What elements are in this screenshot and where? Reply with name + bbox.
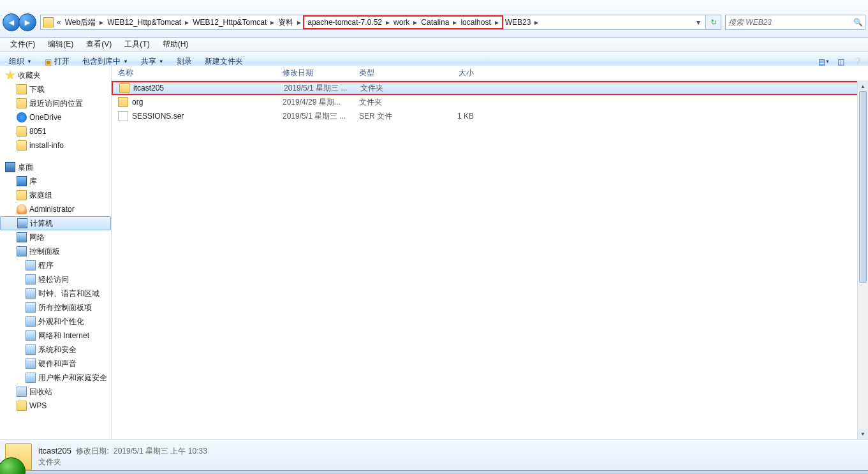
column-date[interactable]: 修改日期 bbox=[283, 68, 359, 72]
menu-tools[interactable]: 工具(T) bbox=[118, 38, 156, 51]
breadcrumb-item[interactable]: Catalina bbox=[419, 18, 451, 27]
chevron-right-icon[interactable]: ▸ bbox=[451, 18, 459, 27]
content-pane: 名称 修改日期 类型 大小 itcast2052019/5/1 星期三 ...文… bbox=[112, 66, 868, 72]
chevron-right-icon[interactable]: ▸ bbox=[295, 18, 303, 27]
breadcrumb-item[interactable]: localhost bbox=[459, 18, 492, 27]
refresh-button[interactable]: ↻ bbox=[706, 15, 721, 30]
chevron-right-icon[interactable]: ▸ bbox=[98, 18, 105, 27]
menu-file[interactable]: 文件(F) bbox=[4, 38, 41, 51]
forward-button[interactable]: ► bbox=[18, 13, 36, 31]
chevron-right-icon[interactable]: ▸ bbox=[493, 18, 501, 27]
star-icon bbox=[5, 70, 15, 72]
chevron-right-icon[interactable]: ▸ bbox=[384, 18, 392, 27]
breadcrumb-item[interactable]: WEB12_Http&Tomcat bbox=[191, 18, 268, 27]
breadcrumb-overflow[interactable]: « bbox=[55, 18, 63, 27]
breadcrumb-highlighted: apache-tomcat-7.0.52▸ work▸ Catalina▸ lo… bbox=[303, 15, 503, 29]
search-icon[interactable]: 🔍 bbox=[851, 18, 865, 27]
folder-icon bbox=[43, 17, 54, 27]
search-input[interactable] bbox=[726, 18, 851, 27]
breadcrumb-item[interactable]: WEB12_Http&Tomcat bbox=[105, 18, 183, 27]
menu-edit[interactable]: 编辑(E) bbox=[41, 38, 80, 51]
column-header: 名称 修改日期 类型 大小 bbox=[112, 66, 868, 72]
menu-bar: 文件(F) 编辑(E) 查看(V) 工具(T) 帮助(H) bbox=[0, 38, 868, 52]
breadcrumb-item[interactable]: work bbox=[392, 18, 411, 27]
column-name[interactable]: 名称 bbox=[118, 68, 283, 72]
breadcrumb-item[interactable]: 资料 bbox=[276, 17, 295, 28]
navigation-pane[interactable]: 收藏夹 下载 最近访问的位置 OneDrive 8051 install-inf… bbox=[0, 66, 112, 72]
breadcrumb-item[interactable]: WEB23 bbox=[503, 18, 533, 27]
address-bar[interactable]: « Web后端▸ WEB12_Http&Tomcat▸ WEB12_Http&T… bbox=[40, 15, 706, 30]
address-row: ◄ ► « Web后端▸ WEB12_Http&Tomcat▸ WEB12_Ht… bbox=[0, 0, 868, 38]
column-size[interactable]: 大小 bbox=[436, 68, 474, 72]
breadcrumb-item[interactable]: apache-tomcat-7.0.52 bbox=[305, 18, 384, 27]
column-type[interactable]: 类型 bbox=[359, 68, 436, 72]
chevron-right-icon[interactable]: ▸ bbox=[411, 18, 419, 27]
back-button[interactable]: ◄ bbox=[3, 13, 20, 31]
breadcrumb-item[interactable]: Web后端 bbox=[63, 17, 98, 28]
search-box[interactable]: 🔍 bbox=[725, 15, 865, 30]
chevron-right-icon[interactable]: ▸ bbox=[533, 18, 540, 27]
chevron-right-icon[interactable]: ▸ bbox=[183, 18, 191, 27]
menu-view[interactable]: 查看(V) bbox=[80, 38, 118, 51]
nav-favorites[interactable]: 收藏夹 bbox=[0, 68, 111, 72]
menu-help[interactable]: 帮助(H) bbox=[156, 38, 195, 51]
chevron-right-icon[interactable]: ▸ bbox=[268, 18, 276, 27]
address-dropdown[interactable]: ▾ bbox=[693, 18, 704, 27]
